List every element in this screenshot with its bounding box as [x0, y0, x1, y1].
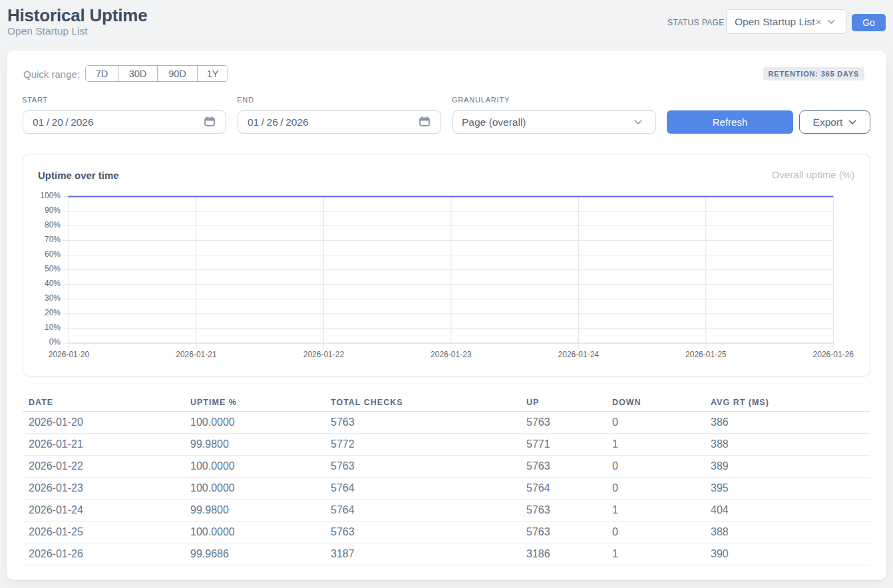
svg-text:80%: 80%	[45, 220, 61, 229]
svg-text:20%: 20%	[45, 308, 61, 317]
svg-text:90%: 90%	[45, 206, 61, 215]
svg-text:2026-01-21: 2026-01-21	[176, 350, 217, 359]
svg-text:0%: 0%	[49, 337, 61, 347]
svg-text:60%: 60%	[45, 249, 61, 259]
svg-text:40%: 40%	[45, 279, 61, 288]
svg-text:2026-01-22: 2026-01-22	[303, 350, 345, 359]
svg-text:10%: 10%	[45, 323, 61, 332]
svg-text:2026-01-23: 2026-01-23	[431, 350, 472, 359]
svg-text:30%: 30%	[45, 293, 61, 303]
svg-text:70%: 70%	[45, 235, 61, 244]
svg-text:2026-01-25: 2026-01-25	[685, 350, 727, 359]
svg-text:2026-01-20: 2026-01-20	[49, 350, 90, 359]
svg-text:50%: 50%	[45, 264, 61, 273]
svg-text:2026-01-24: 2026-01-24	[558, 350, 600, 359]
svg-text:2026-01-26: 2026-01-26	[813, 350, 854, 359]
svg-text:100%: 100%	[40, 191, 61, 200]
